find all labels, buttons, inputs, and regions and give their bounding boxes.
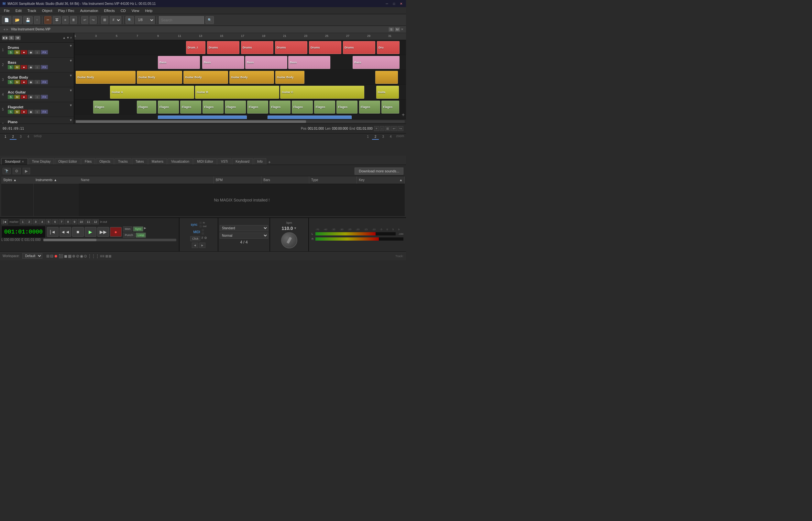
- track-4-mute[interactable]: M: [14, 95, 20, 99]
- zoom-tab-4[interactable]: 4: [387, 134, 394, 140]
- clip-drums-6[interactable]: Drums: [343, 41, 375, 54]
- track-3-expand[interactable]: ▼: [69, 74, 72, 77]
- tab-markers[interactable]: Markers: [148, 158, 167, 165]
- zoom-tab-2[interactable]: 2: [372, 134, 379, 140]
- close-button[interactable]: ✕: [399, 1, 403, 6]
- bpm-dropdown[interactable]: ▼: [294, 226, 297, 230]
- track-lane-1[interactable]: Drum_I Drums Drums Drums Drums: [74, 40, 406, 55]
- tab-info[interactable]: Info: [254, 158, 266, 165]
- track-2-fx[interactable]: FX: [41, 65, 48, 69]
- open-button[interactable]: 📂: [13, 16, 22, 24]
- clip-aguitar-2[interactable]: Guitar B: [195, 86, 279, 99]
- quantize-selector[interactable]: 1/8 1/4 1/16: [135, 16, 155, 24]
- loop-btn-3[interactable]: 3: [33, 219, 39, 224]
- clip-aguitar-4[interactable]: Guita: [376, 86, 399, 99]
- tab-time-display[interactable]: Time Display: [28, 158, 54, 165]
- menu-cd[interactable]: CD: [118, 8, 129, 13]
- clip-drums-4[interactable]: Drums: [275, 41, 307, 54]
- maximize-button[interactable]: □: [392, 1, 396, 6]
- horizontal-scrollbar[interactable]: [76, 120, 405, 123]
- track-lane-6[interactable]: Piano Piano: [74, 114, 406, 119]
- track-5-mute[interactable]: M: [14, 110, 20, 114]
- clip-drums-5[interactable]: Drums: [309, 41, 341, 54]
- add-track-button[interactable]: +: [402, 112, 405, 118]
- loop-btn-5[interactable]: 5: [46, 219, 51, 224]
- click-hash[interactable]: #: [201, 236, 203, 241]
- cut-button[interactable]: ✂: [44, 16, 51, 24]
- prev-nav-button[interactable]: ◄: [192, 243, 198, 248]
- track-3-vol[interactable]: ↕: [34, 80, 40, 84]
- grid-icon[interactable]: #: [70, 36, 72, 40]
- clip-flag-5[interactable]: Flageo: [203, 100, 224, 114]
- track-1-mute[interactable]: M: [14, 50, 20, 54]
- search-button[interactable]: 🔍: [205, 16, 214, 24]
- status-icon-6[interactable]: ▦: [68, 254, 71, 258]
- clip-piano-2[interactable]: Piano: [268, 115, 352, 119]
- click-settings[interactable]: ⚙: [204, 236, 207, 241]
- loop-btn-11[interactable]: 11: [85, 219, 92, 224]
- undo-button[interactable]: ↩: [81, 16, 88, 24]
- new-project-button[interactable]: 📄: [2, 16, 11, 24]
- grid-button[interactable]: ∓: [53, 16, 61, 24]
- download-sounds-button[interactable]: Download more sounds...: [355, 167, 403, 175]
- col-type[interactable]: Type: [309, 176, 357, 184]
- status-icon-1[interactable]: ⊞: [46, 254, 49, 258]
- workspace-selector[interactable]: Default: [22, 253, 42, 259]
- clip-flag-1[interactable]: Flageo: [93, 100, 119, 114]
- tracks-up-btn[interactable]: ▲: [63, 36, 66, 40]
- col-bars[interactable]: Bars: [262, 176, 309, 184]
- clip-flag-3[interactable]: Flageo: [158, 100, 179, 114]
- track-3-solo[interactable]: S: [8, 80, 14, 84]
- rewind-button[interactable]: ◄◄: [60, 227, 71, 237]
- transport-arrow[interactable]: ▶: [144, 226, 146, 231]
- save-button[interactable]: 💾: [23, 16, 33, 24]
- menu-effects[interactable]: Effects: [101, 8, 117, 13]
- col-name[interactable]: Name: [79, 176, 214, 184]
- clip-bass-5[interactable]: Bass: [353, 56, 400, 69]
- mon-button[interactable]: Mon: [123, 226, 133, 231]
- clip-bass-4[interactable]: Bass: [288, 56, 330, 69]
- track-2-mute[interactable]: M: [14, 65, 20, 69]
- status-icon-7[interactable]: ⊕: [72, 254, 75, 258]
- tab-4[interactable]: 4: [25, 134, 32, 140]
- clip-drums-7[interactable]: Dru: [377, 41, 400, 54]
- clip-gbody-4[interactable]: Guitar Body: [229, 71, 274, 84]
- mute-global-button[interactable]: M: [15, 36, 21, 40]
- redo-view-button[interactable]: ↪: [398, 126, 403, 131]
- tempo-knob[interactable]: [281, 232, 297, 248]
- click-button[interactable]: Click: [190, 236, 201, 241]
- track-4-expand[interactable]: ▼: [69, 89, 72, 92]
- track-1-expand[interactable]: ▼: [69, 44, 72, 48]
- zoom-tab-3[interactable]: 3: [380, 134, 387, 140]
- punch-button[interactable]: Punch: [123, 232, 135, 238]
- status-rec-icon[interactable]: ⏺: [54, 254, 58, 258]
- track-lane-3[interactable]: Guitar Body Guitar Body Guitar Body Guit…: [74, 70, 406, 85]
- clip-flag-7[interactable]: Flageo: [247, 100, 268, 114]
- collapse-all-button[interactable]: ◄◄: [2, 36, 8, 40]
- redo-button[interactable]: ↪: [90, 16, 97, 24]
- transport-scrollbar[interactable]: [43, 239, 176, 241]
- loop-btn-4[interactable]: 4: [39, 219, 45, 224]
- loop-btn-6[interactable]: 6: [52, 219, 58, 224]
- track-4-solo[interactable]: S: [8, 95, 14, 99]
- clip-drums-3[interactable]: Drums: [241, 41, 273, 54]
- prev-marker-button[interactable]: |◄: [1, 219, 8, 224]
- menu-help[interactable]: Help: [142, 8, 155, 13]
- clip-drums-2[interactable]: Drums: [207, 41, 240, 54]
- track-6-expand[interactable]: ▼: [69, 118, 72, 122]
- zoom-tab-1[interactable]: 1: [364, 134, 371, 140]
- tracks-down-btn[interactable]: ▼: [66, 36, 70, 40]
- tab-soundpool[interactable]: Soundpool ✕: [1, 158, 28, 165]
- track-2-mute2[interactable]: ◆: [28, 65, 33, 69]
- menu-automation[interactable]: Automation: [77, 8, 101, 13]
- track-5-fx[interactable]: FX: [41, 110, 48, 114]
- track-1-rec[interactable]: ●: [21, 50, 27, 54]
- timeline-ruler[interactable]: 1 3 5 7 9 11 13 15 17 19 21 23 25 27: [74, 33, 406, 40]
- import-button[interactable]: ↑: [34, 16, 40, 24]
- clip-gbody-5[interactable]: Guitar Body: [275, 71, 304, 84]
- track-3-rec[interactable]: ●: [21, 80, 27, 84]
- col-key[interactable]: Key ▲: [357, 176, 405, 184]
- tab-keyboard[interactable]: Keyboard: [232, 158, 253, 165]
- vip-close-button[interactable]: ✕: [401, 27, 403, 31]
- tab-1[interactable]: 1: [2, 134, 9, 140]
